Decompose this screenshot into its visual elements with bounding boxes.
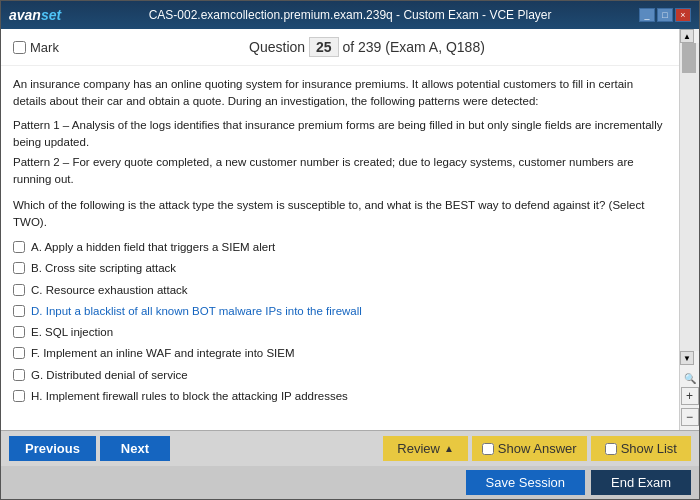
mark-label[interactable]: Mark: [13, 40, 59, 55]
zoom-in-button[interactable]: +: [681, 387, 699, 405]
end-exam-button[interactable]: End Exam: [591, 470, 691, 495]
pattern2: Pattern 2 – For every quote completed, a…: [13, 154, 667, 189]
answer-checkbox-e[interactable]: [13, 326, 25, 338]
answer-label-f: F. Implement an inline WAF and integrate…: [31, 345, 295, 362]
close-button[interactable]: ×: [675, 8, 691, 22]
save-session-button[interactable]: Save Session: [466, 470, 586, 495]
answer-label-h: H. Implement firewall rules to block the…: [31, 388, 348, 405]
answer-checkbox-h[interactable]: [13, 390, 25, 402]
review-button[interactable]: Review ▲: [383, 436, 468, 461]
answer-label-d: D. Input a blacklist of all known BOT ma…: [31, 303, 362, 320]
bottom-row-nav: Previous Next Review ▲ Show Answer Show …: [1, 431, 699, 466]
maximize-button[interactable]: □: [657, 8, 673, 22]
answer-checkbox-b[interactable]: [13, 262, 25, 274]
question-info: Question 25 of 239 (Exam A, Q188): [67, 37, 667, 57]
mark-checkbox[interactable]: [13, 41, 26, 54]
scroll-down-button[interactable]: ▼: [680, 351, 694, 365]
show-answer-checkbox: [482, 443, 494, 455]
question-ask: Which of the following is the attack typ…: [13, 197, 667, 232]
answer-label-a: A. Apply a hidden field that triggers a …: [31, 239, 275, 256]
content-area: Mark Question 25 of 239 (Exam A, Q188) A…: [1, 29, 699, 430]
window-controls: _ □ ×: [639, 8, 691, 22]
show-answer-button[interactable]: Show Answer: [472, 436, 587, 461]
question-intro: An insurance company has an online quoti…: [13, 76, 667, 111]
answer-item-h: H. Implement firewall rules to block the…: [13, 388, 667, 405]
scroll-track[interactable]: [680, 43, 699, 351]
title-bar-left: avanset: [9, 7, 61, 23]
answer-checkbox-f[interactable]: [13, 347, 25, 359]
title-bar: avanset CAS-002.examcollection.premium.e…: [1, 1, 699, 29]
minimize-button[interactable]: _: [639, 8, 655, 22]
answer-label-c: C. Resource exhaustion attack: [31, 282, 188, 299]
answer-checkbox-d[interactable]: [13, 305, 25, 317]
zoom-controls: 🔍 + −: [680, 369, 699, 430]
bottom-bar: Previous Next Review ▲ Show Answer Show …: [1, 430, 699, 499]
answer-checkbox-g[interactable]: [13, 369, 25, 381]
right-panel: ▲ ▼ 🔍 + −: [679, 29, 699, 430]
pattern1: Pattern 1 – Analysis of the logs identif…: [13, 117, 667, 152]
question-header: Mark Question 25 of 239 (Exam A, Q188): [1, 29, 679, 66]
answer-item-c: C. Resource exhaustion attack: [13, 282, 667, 299]
next-button[interactable]: Next: [100, 436, 170, 461]
bottom-row-actions: Save Session End Exam: [1, 466, 699, 499]
question-body: An insurance company has an online quoti…: [1, 66, 679, 430]
answer-item-d: D. Input a blacklist of all known BOT ma…: [13, 303, 667, 320]
review-arrow-icon: ▲: [444, 443, 454, 454]
answer-label-b: B. Cross site scripting attack: [31, 260, 176, 277]
scroll-up-button[interactable]: ▲: [680, 29, 694, 43]
answer-label-e: E. SQL injection: [31, 324, 113, 341]
answer-label-g: G. Distributed denial of service: [31, 367, 188, 384]
show-list-button[interactable]: Show List: [591, 436, 691, 461]
app-logo: avanset: [9, 7, 61, 23]
scroll-thumb: [682, 43, 696, 73]
search-icon: 🔍: [684, 373, 696, 384]
show-list-checkbox: [605, 443, 617, 455]
previous-button[interactable]: Previous: [9, 436, 96, 461]
answer-item-b: B. Cross site scripting attack: [13, 260, 667, 277]
app-window: avanset CAS-002.examcollection.premium.e…: [0, 0, 700, 500]
answer-item-f: F. Implement an inline WAF and integrate…: [13, 345, 667, 362]
answer-item-e: E. SQL injection: [13, 324, 667, 341]
answer-item-g: G. Distributed denial of service: [13, 367, 667, 384]
answer-item-a: A. Apply a hidden field that triggers a …: [13, 239, 667, 256]
question-number: 25: [309, 37, 339, 57]
answer-checkbox-a[interactable]: [13, 241, 25, 253]
main-content: Mark Question 25 of 239 (Exam A, Q188) A…: [1, 29, 679, 430]
zoom-out-button[interactable]: −: [681, 408, 699, 426]
answers-list: A. Apply a hidden field that triggers a …: [13, 239, 667, 405]
answer-checkbox-c[interactable]: [13, 284, 25, 296]
window-title: CAS-002.examcollection.premium.exam.239q…: [61, 8, 639, 22]
